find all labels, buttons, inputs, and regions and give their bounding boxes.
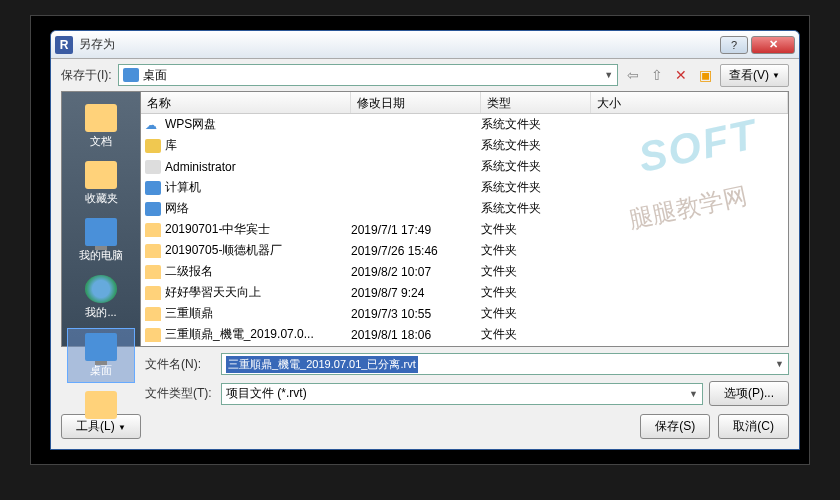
file-date: 2019/7/1 17:49 (351, 223, 481, 237)
filename-fields: 文件名(N): 三重順鼎_機電_2019.07.01_已分离.rvt ▼ 文件类… (51, 347, 799, 408)
filetype-value: 项目文件 (*.rvt) (226, 385, 307, 402)
file-type: 系统文件夹 (481, 158, 591, 175)
app-icon: R (55, 36, 73, 54)
file-date: 2019/8/2 10:07 (351, 265, 481, 279)
file-list: ☁WPS网盘系统文件夹库系统文件夹Administrator系统文件夹计算机系统… (141, 114, 788, 346)
net-icon (145, 202, 161, 216)
file-name: 三重順鼎 (165, 305, 213, 322)
view-button[interactable]: 查看(V) ▼ (720, 64, 789, 87)
file-name: 二级报名 (165, 263, 213, 280)
file-row[interactable]: 库系统文件夹 (141, 135, 788, 156)
file-name: 20190705-顺德机器厂 (165, 242, 282, 259)
sidebar-item-documents[interactable]: 文档 (67, 100, 135, 153)
help-button[interactable]: ? (720, 36, 748, 54)
back-icon[interactable]: ⇦ (624, 66, 642, 84)
file-row[interactable]: 计算机系统文件夹 (141, 177, 788, 198)
file-name: Administrator (165, 160, 236, 174)
cloud-icon: ☁ (145, 118, 161, 132)
file-type: 文件夹 (481, 326, 591, 343)
file-type: 系统文件夹 (481, 137, 591, 154)
file-name: 库 (165, 137, 177, 154)
file-list-area: SOFT 腿腿教学网 名称 修改日期 类型 大小 ☁WPS网盘系统文件夹库系统文… (141, 91, 789, 347)
file-type: 系统文件夹 (481, 179, 591, 196)
file-row[interactable]: 斯文里B3F施工圖(鈕錯10...2019/8/7 9:23文件夹 (141, 345, 788, 346)
folder-icon (145, 244, 161, 258)
folder-icon (145, 328, 161, 342)
file-name: 计算机 (165, 179, 201, 196)
folder-icon (145, 265, 161, 279)
file-row[interactable]: 三重順鼎_機電_2019.07.0...2019/8/1 18:06文件夹 (141, 324, 788, 345)
file-type: 文件夹 (481, 221, 591, 238)
col-size[interactable]: 大小 (591, 92, 788, 113)
bottom-bar: 工具(L) ▼ 保存(S) 取消(C) (51, 408, 799, 449)
file-date: 2019/7/3 10:55 (351, 307, 481, 321)
file-type: 文件夹 (481, 305, 591, 322)
chevron-down-icon: ▼ (604, 70, 613, 80)
window-buttons: ? ✕ (720, 36, 795, 54)
col-date[interactable]: 修改日期 (351, 92, 481, 113)
file-name: 好好學習天天向上 (165, 284, 261, 301)
dialog-body: 文档 收藏夹 我的电脑 我的... 桌面 SOFT 腿腿教学网 名称 修改日期 … (51, 91, 799, 347)
filename-input[interactable]: 三重順鼎_機電_2019.07.01_已分离.rvt ▼ (221, 353, 789, 375)
save-button[interactable]: 保存(S) (640, 414, 710, 439)
sidebar-item-favorites[interactable]: 收藏夹 (67, 157, 135, 210)
close-button[interactable]: ✕ (751, 36, 795, 54)
titlebar: R 另存为 ? ✕ (51, 31, 799, 59)
chevron-down-icon: ▼ (772, 71, 780, 80)
file-type: 系统文件夹 (481, 200, 591, 217)
file-date: 2019/8/1 18:06 (351, 328, 481, 342)
cancel-button[interactable]: 取消(C) (718, 414, 789, 439)
col-name[interactable]: 名称 (141, 92, 351, 113)
file-row[interactable]: 好好學習天天向上2019/8/7 9:24文件夹 (141, 282, 788, 303)
location-toolbar: 保存于(I): 桌面 ▼ ⇦ ⇧ ✕ ▣ 查看(V) ▼ (51, 59, 799, 91)
col-type[interactable]: 类型 (481, 92, 591, 113)
user-icon (145, 160, 161, 174)
desktop-icon (123, 68, 139, 82)
save-in-label: 保存于(I): (61, 67, 112, 84)
location-value: 桌面 (143, 67, 167, 84)
location-dropdown[interactable]: 桌面 ▼ (118, 64, 618, 86)
file-row[interactable]: ☁WPS网盘系统文件夹 (141, 114, 788, 135)
file-row[interactable]: 二级报名2019/8/2 10:07文件夹 (141, 261, 788, 282)
filetype-dropdown[interactable]: 项目文件 (*.rvt) ▼ (221, 383, 703, 405)
save-as-dialog: R 另存为 ? ✕ 保存于(I): 桌面 ▼ ⇦ ⇧ ✕ ▣ 查看(V) ▼ 文… (50, 30, 800, 450)
file-row[interactable]: Administrator系统文件夹 (141, 156, 788, 177)
file-row[interactable]: 20190705-顺德机器厂2019/7/26 15:46文件夹 (141, 240, 788, 261)
sidebar-item-mycomputer[interactable]: 我的电脑 (67, 214, 135, 267)
folder-icon (145, 286, 161, 300)
delete-icon[interactable]: ✕ (672, 66, 690, 84)
file-row[interactable]: 网络系统文件夹 (141, 198, 788, 219)
file-name: 三重順鼎_機電_2019.07.0... (165, 326, 314, 343)
file-name: WPS网盘 (165, 116, 216, 133)
places-sidebar: 文档 收藏夹 我的电脑 我的... 桌面 (61, 91, 141, 347)
toolbar-icons: ⇦ ⇧ ✕ ▣ (624, 66, 714, 84)
options-button[interactable]: 选项(P)... (709, 381, 789, 406)
folder-icon (145, 307, 161, 321)
lib-icon (145, 139, 161, 153)
filename-label: 文件名(N): (145, 356, 215, 373)
file-type: 文件夹 (481, 263, 591, 280)
window-title: 另存为 (79, 36, 720, 53)
file-date: 2019/8/7 9:24 (351, 286, 481, 300)
column-headers: 名称 修改日期 类型 大小 (141, 92, 788, 114)
folder-icon (145, 223, 161, 237)
file-type: 系统文件夹 (481, 116, 591, 133)
file-type: 文件夹 (481, 242, 591, 259)
filetype-label: 文件类型(T): (145, 385, 215, 402)
file-name: 20190701-中华宾士 (165, 221, 270, 238)
filename-value: 三重順鼎_機電_2019.07.01_已分离.rvt (226, 356, 418, 373)
new-folder-icon[interactable]: ▣ (696, 66, 714, 84)
file-name: 网络 (165, 200, 189, 217)
file-row[interactable]: 20190701-中华宾士2019/7/1 17:49文件夹 (141, 219, 788, 240)
sidebar-item-network[interactable]: 我的... (67, 271, 135, 324)
chevron-down-icon: ▼ (775, 359, 784, 369)
file-row[interactable]: 三重順鼎2019/7/3 10:55文件夹 (141, 303, 788, 324)
file-type: 文件夹 (481, 284, 591, 301)
chevron-down-icon: ▼ (689, 389, 698, 399)
pc-icon (145, 181, 161, 195)
up-icon[interactable]: ⇧ (648, 66, 666, 84)
file-date: 2019/7/26 15:46 (351, 244, 481, 258)
